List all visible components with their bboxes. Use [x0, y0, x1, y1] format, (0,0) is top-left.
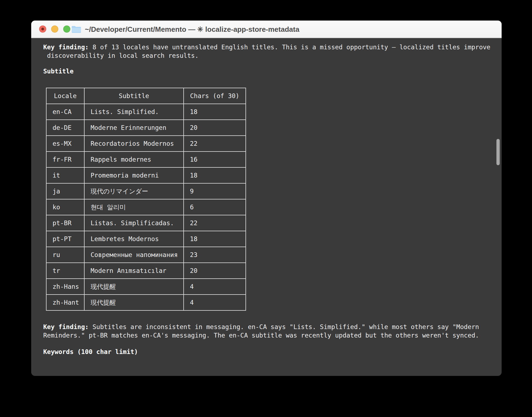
- modified-dot-icon: [41, 28, 44, 30]
- key-finding-label: Key finding:: [43, 44, 89, 51]
- chars-cell: 18: [184, 104, 246, 120]
- subtitle-cell: Modern Anımsatıcılar: [84, 263, 184, 279]
- locale-cell: zh-Hant: [46, 295, 84, 310]
- chars-column-header: Chars (of 30): [184, 88, 246, 104]
- chars-cell: 6: [184, 199, 246, 215]
- key-finding-titles: Key finding: 8 of 13 locales have untran…: [43, 43, 502, 60]
- subtitle-cell: 現代のリマインダー: [84, 183, 184, 199]
- chars-cell: 18: [184, 231, 246, 247]
- subtitle-cell: Современные напоминания: [84, 247, 184, 263]
- locale-cell: en-CA: [46, 104, 84, 120]
- chars-cell: 16: [184, 152, 246, 167]
- table-row: pt-PTLembretes Modernos18: [46, 231, 246, 247]
- subtitle-cell: Promemoria moderni: [84, 167, 184, 183]
- subtitle-cell: 現代提醒: [84, 295, 184, 310]
- chars-cell: 9: [184, 183, 246, 199]
- chars-cell: 23: [184, 247, 246, 263]
- titlebar-title-group: ~/Developer/Current/Memento — ✳ localize…: [71, 21, 299, 38]
- chars-cell: 4: [184, 295, 246, 310]
- table-row: pt-BRListas. Simplificadas.22: [46, 215, 246, 231]
- chars-cell: 22: [184, 215, 246, 231]
- table-row: en-CALists. Simplified.18: [46, 104, 246, 120]
- chars-cell: 4: [184, 279, 246, 295]
- minimize-button[interactable]: [51, 25, 58, 33]
- scrollbar-thumb[interactable]: [496, 139, 500, 165]
- subtitle-table: Locale Subtitle Chars (of 30) en-CALists…: [46, 88, 246, 311]
- chars-cell: 20: [184, 263, 246, 279]
- subtitle-cell: Recordatorios Modernos: [84, 136, 184, 152]
- key-finding-label: Key finding:: [43, 323, 89, 330]
- locale-cell: de-DE: [46, 120, 84, 136]
- subtitle-cell: 现代提醒: [84, 279, 184, 295]
- chars-cell: 18: [184, 167, 246, 183]
- subtitle-column-header: Subtitle: [84, 88, 184, 104]
- table-row: ruСовременные напоминания23: [46, 247, 246, 263]
- terminal-window: ~/Developer/Current/Memento — ✳ localize…: [31, 21, 502, 376]
- locale-cell: tr: [46, 263, 84, 279]
- table-row: ja現代のリマインダー9: [46, 183, 246, 199]
- key-finding-text-line1: Subtitles are inconsistent in messaging.…: [89, 323, 479, 330]
- traffic-lights: [39, 25, 70, 33]
- table-row: es-MXRecordatorios Modernos22: [46, 136, 246, 152]
- table-header-row: Locale Subtitle Chars (of 30): [46, 88, 246, 104]
- key-finding-text-line2: Reminders." pt-BR matches en-CA's messag…: [43, 331, 502, 340]
- key-finding-text-line2: discoverability in local search results.: [43, 52, 502, 60]
- locale-cell: pt-BR: [46, 215, 84, 231]
- subtitle-section-heading: Subtitle: [43, 67, 502, 76]
- locale-cell: es-MX: [46, 136, 84, 152]
- locale-cell: ja: [46, 183, 84, 199]
- subtitle-table-body: en-CALists. Simplified.18de-DEModerne Er…: [46, 104, 246, 310]
- locale-cell: ru: [46, 247, 84, 263]
- table-row: fr-FRRappels modernes16: [46, 152, 246, 167]
- table-row: de-DEModerne Erinnerungen20: [46, 120, 246, 136]
- keywords-section-heading: Keywords (100 char limit): [43, 348, 502, 356]
- terminal-content[interactable]: Key finding: 8 of 13 locales have untran…: [31, 38, 502, 356]
- locale-column-header: Locale: [46, 88, 84, 104]
- key-finding-subtitles: Key finding: Subtitles are inconsistent …: [43, 323, 502, 340]
- table-row: itPromemoria moderni18: [46, 167, 246, 183]
- locale-cell: pt-PT: [46, 231, 84, 247]
- table-row: zh-Hant現代提醒4: [46, 295, 246, 310]
- zoom-button[interactable]: [63, 25, 70, 33]
- table-row: trModern Anımsatıcılar20: [46, 263, 246, 279]
- close-button[interactable]: [39, 25, 46, 33]
- subtitle-cell: Rappels modernes: [84, 152, 184, 167]
- subtitle-cell: 현대 알리미: [84, 199, 184, 215]
- window-title: ~/Developer/Current/Memento — ✳ localize…: [85, 25, 299, 34]
- window-titlebar[interactable]: ~/Developer/Current/Memento — ✳ localize…: [31, 21, 502, 38]
- subtitle-cell: Lists. Simplified.: [84, 104, 184, 120]
- folder-icon: [71, 25, 82, 33]
- table-row: ko현대 알리미6: [46, 199, 246, 215]
- chars-cell: 22: [184, 136, 246, 152]
- key-finding-text-line1: 8 of 13 locales have untranslated Englis…: [89, 44, 490, 51]
- locale-cell: zh-Hans: [46, 279, 84, 295]
- chars-cell: 20: [184, 120, 246, 136]
- subtitle-cell: Listas. Simplificadas.: [84, 215, 184, 231]
- locale-cell: ko: [46, 199, 84, 215]
- subtitle-cell: Moderne Erinnerungen: [84, 120, 184, 136]
- table-row: zh-Hans现代提醒4: [46, 279, 246, 295]
- locale-cell: fr-FR: [46, 152, 84, 167]
- subtitle-cell: Lembretes Modernos: [84, 231, 184, 247]
- locale-cell: it: [46, 167, 84, 183]
